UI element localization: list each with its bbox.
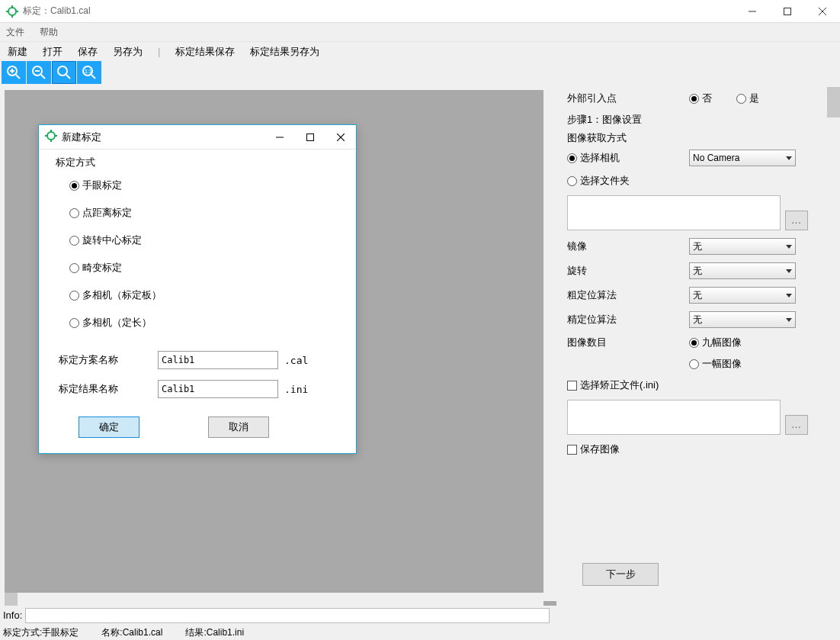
svg-point-16 xyxy=(58,66,67,76)
menu-file[interactable]: 文件 xyxy=(6,26,24,39)
chevron-down-icon xyxy=(786,156,792,160)
svg-line-19 xyxy=(91,75,95,79)
dialog-title: 新建标定 xyxy=(62,130,101,144)
mode-label: 标定方式 xyxy=(56,156,339,169)
svg-text:1:1: 1:1 xyxy=(85,69,92,74)
dialog-ok-button[interactable]: 确定 xyxy=(79,416,139,438)
status-name: 名称:Calib1.cal xyxy=(101,626,162,639)
window-controls xyxy=(735,0,840,23)
step1-label: 步骤1：图像设置 xyxy=(567,113,642,127)
close-button[interactable] xyxy=(805,0,840,23)
external-point-label: 外部引入点 xyxy=(567,92,689,105)
fine-algo-dropdown[interactable]: 无 xyxy=(689,311,796,328)
radio-mode-rot-center[interactable]: 旋转中心标定 xyxy=(69,233,339,247)
fine-algo-label: 精定位算法 xyxy=(567,313,689,326)
minimize-button[interactable] xyxy=(735,0,770,23)
zoom-reset-button[interactable]: 1:1 xyxy=(77,61,101,84)
zoom-in-button[interactable] xyxy=(2,61,26,84)
toolbar-new[interactable]: 新建 xyxy=(8,45,27,59)
dialog-close-button[interactable] xyxy=(325,125,356,150)
scheme-name-input[interactable] xyxy=(158,351,278,369)
image-count-label: 图像数目 xyxy=(567,336,689,349)
chevron-down-icon xyxy=(786,318,792,322)
info-label: Info: xyxy=(3,609,22,621)
scheme-name-label: 标定方案名称 xyxy=(59,353,158,367)
radio-nine-images[interactable]: 九幅图像 xyxy=(689,336,742,349)
maximize-button[interactable] xyxy=(770,0,805,23)
canvas-hscrollbar[interactable] xyxy=(5,593,543,606)
radio-mode-multi-board[interactable]: 多相机（标定板） xyxy=(69,288,339,302)
app-icon xyxy=(6,5,18,18)
svg-rect-27 xyxy=(307,133,314,140)
radio-select-folder[interactable]: 选择文件夹 xyxy=(567,174,630,188)
zoom-region-button[interactable] xyxy=(52,61,76,84)
dialog-maximize-button[interactable] xyxy=(295,125,325,150)
zoom-out-button[interactable] xyxy=(27,61,51,84)
coarse-algo-dropdown[interactable]: 无 xyxy=(689,287,796,304)
next-button[interactable]: 下一步 xyxy=(582,563,659,586)
radio-select-camera[interactable]: 选择相机 xyxy=(567,151,689,165)
icon-toolbar: 1:1 xyxy=(0,61,840,85)
browse-correction-button[interactable]: ... xyxy=(785,415,808,435)
coarse-algo-label: 粗定位算法 xyxy=(567,288,689,302)
chevron-down-icon xyxy=(786,245,792,249)
side-panel: 外部引入点 否 是 步骤1：图像设置 图像获取方式 选择相机 No Camera… xyxy=(556,85,840,606)
window-title: 标定：Calib1.cal xyxy=(23,5,735,18)
toolbar-separator: | xyxy=(158,46,160,57)
dialog-icon xyxy=(45,130,57,144)
titlebar: 标定：Calib1.cal xyxy=(0,0,840,23)
svg-point-21 xyxy=(47,132,55,140)
radio-mode-point-dist[interactable]: 点距离标定 xyxy=(69,206,339,220)
camera-dropdown[interactable]: No Camera xyxy=(689,150,796,166)
radio-mode-hand-eye[interactable]: 手眼标定 xyxy=(69,178,339,192)
rotate-dropdown[interactable]: 无 xyxy=(689,262,796,279)
chevron-down-icon xyxy=(786,269,792,273)
checkbox-save-image[interactable]: 保存图像 xyxy=(567,442,620,456)
dialog-minimize-button[interactable] xyxy=(265,125,295,150)
mirror-label: 镜像 xyxy=(567,240,689,253)
panel-vscrollbar[interactable] xyxy=(827,85,840,606)
radio-one-image[interactable]: 一幅图像 xyxy=(689,357,742,371)
toolbar: 新建 打开 保存 另存为 | 标定结果保存 标定结果另存为 xyxy=(0,41,840,61)
svg-line-14 xyxy=(41,75,45,79)
result-name-input[interactable] xyxy=(158,380,278,398)
mirror-dropdown[interactable]: 无 xyxy=(689,238,796,255)
toolbar-result-saveas[interactable]: 标定结果另存为 xyxy=(250,45,319,59)
folder-path-box[interactable] xyxy=(567,195,781,230)
svg-rect-6 xyxy=(784,8,791,14)
checkbox-correction-file[interactable]: 选择矫正文件(.ini) xyxy=(567,378,659,392)
chevron-down-icon xyxy=(786,294,792,297)
dialog-titlebar: 新建标定 xyxy=(39,125,356,150)
external-point-no[interactable]: 否 xyxy=(689,92,712,105)
scheme-ext: .cal xyxy=(284,355,308,366)
svg-line-17 xyxy=(66,75,70,79)
browse-folder-button[interactable]: ... xyxy=(785,211,808,230)
status-mode: 标定方式:手眼标定 xyxy=(3,626,79,639)
toolbar-result-save[interactable]: 标定结果保存 xyxy=(175,45,235,59)
new-calib-dialog: 新建标定 标定方式 手眼标定 点距离标定 旋转中心标定 畸变标定 多相机（标定板… xyxy=(38,124,357,454)
svg-line-10 xyxy=(16,75,20,79)
toolbar-saveas[interactable]: 另存为 xyxy=(113,45,143,59)
toolbar-open[interactable]: 打开 xyxy=(43,45,63,59)
statusbar: 标定方式:手眼标定 名称:Calib1.cal 结果:Calib1.ini xyxy=(0,625,840,640)
radio-mode-distortion[interactable]: 畸变标定 xyxy=(69,261,339,275)
radio-mode-multi-fixed[interactable]: 多相机（定长） xyxy=(69,316,339,330)
rotate-label: 旋转 xyxy=(567,264,689,278)
canvas-vscrollbar[interactable] xyxy=(543,90,556,601)
menubar: 文件 帮助 xyxy=(0,23,840,41)
toolbar-save[interactable]: 保存 xyxy=(78,45,98,59)
dialog-cancel-button[interactable]: 取消 xyxy=(208,416,269,438)
menu-help[interactable]: 帮助 xyxy=(40,26,58,39)
correction-file-box[interactable] xyxy=(567,400,781,435)
external-point-yes[interactable]: 是 xyxy=(736,92,759,105)
svg-point-0 xyxy=(8,8,16,15)
info-input[interactable] xyxy=(25,608,550,623)
status-result: 结果:Calib1.ini xyxy=(185,626,244,639)
image-source-label: 图像获取方式 xyxy=(567,131,627,145)
info-bar: Info: xyxy=(0,606,840,625)
result-name-label: 标定结果名称 xyxy=(59,382,158,396)
result-ext: .ini xyxy=(284,384,308,395)
